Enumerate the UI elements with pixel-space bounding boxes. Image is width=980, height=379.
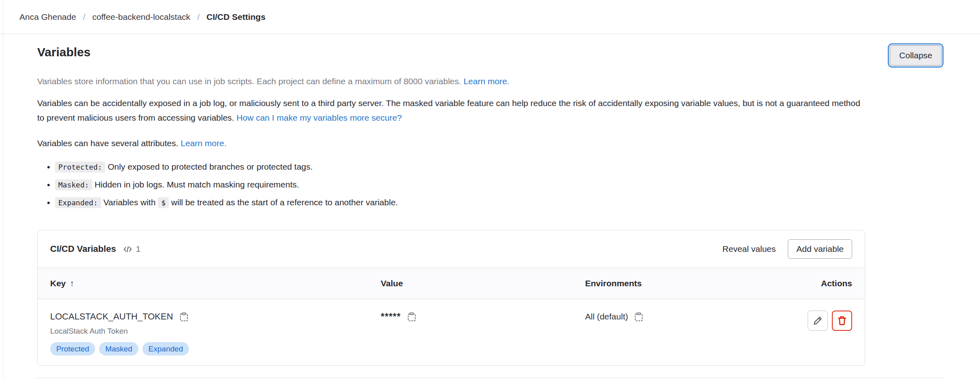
- attributes-list: Protected: Only exposed to protected bra…: [55, 160, 864, 209]
- expanded-badge: Expanded: [142, 342, 189, 356]
- list-item-expanded: Expanded: Variables with $ will be treat…: [55, 196, 864, 209]
- badge-row: Protected Masked Expanded: [50, 342, 381, 356]
- cicd-settings-page: Anca Ghenade / coffee-backend-localstack…: [0, 0, 980, 379]
- collapse-button[interactable]: Collapse: [890, 45, 942, 66]
- breadcrumb-item-project[interactable]: coffee-backend-localstack: [92, 12, 190, 22]
- variable-description: LocalStack Auth Token: [50, 326, 381, 336]
- dollar-code-chip: $: [158, 197, 169, 208]
- delete-variable-button[interactable]: [832, 311, 852, 331]
- breadcrumb-item-namespace[interactable]: Anca Ghenade: [19, 12, 76, 22]
- card-header: CI/CD Variables 1 Reveal values Add vari…: [38, 230, 865, 268]
- masked-text: Hidden in job logs. Must match masking r…: [95, 180, 299, 189]
- card-header-actions: Reveal values Add variable: [722, 239, 852, 259]
- expanded-code-chip: Expanded:: [55, 197, 101, 208]
- key-line: LOCALSTACK_AUTH_TOKEN: [50, 311, 381, 323]
- reveal-values-button[interactable]: Reveal values: [722, 244, 776, 254]
- masked-badge: Masked: [99, 342, 138, 356]
- variables-description: Variables store information that you can…: [37, 75, 865, 209]
- warning-text: Variables can be accidentally exposed in…: [37, 98, 860, 122]
- column-header-actions: Actions: [771, 278, 852, 289]
- protected-text: Only exposed to protected branches or pr…: [108, 162, 313, 171]
- attributes-text: Variables can have several attributes.: [37, 138, 178, 148]
- attributes-learn-more-link[interactable]: Learn more.: [180, 138, 226, 148]
- list-item-masked: Masked: Hidden in job logs. Must match m…: [55, 178, 864, 191]
- attributes-paragraph: Variables can have several attributes. L…: [37, 136, 865, 150]
- copy-key-button[interactable]: [179, 312, 189, 322]
- next-section-divider: [37, 378, 943, 378]
- add-variable-button[interactable]: Add variable: [788, 239, 852, 259]
- learn-more-link[interactable]: Learn more.: [464, 77, 509, 86]
- protected-code-chip: Protected:: [55, 162, 105, 172]
- clipboard-icon: [179, 312, 189, 322]
- card-title: CI/CD Variables: [50, 244, 116, 254]
- column-header-value: Value: [381, 278, 585, 289]
- cicd-variables-card: CI/CD Variables 1 Reveal values Add vari…: [37, 230, 865, 366]
- list-item-protected: Protected: Only exposed to protected bra…: [55, 160, 864, 173]
- masked-code-chip: Masked:: [55, 179, 92, 190]
- sort-ascending-icon: ↑: [70, 278, 74, 289]
- key-column-label: Key: [50, 278, 66, 289]
- copy-environment-button[interactable]: [634, 312, 644, 322]
- variables-count: 1: [136, 244, 141, 254]
- column-header-key[interactable]: Key ↑: [50, 278, 381, 289]
- warning-paragraph: Variables can be accidentally exposed in…: [37, 96, 865, 125]
- clipboard-icon: [634, 312, 644, 322]
- trash-icon: [837, 315, 847, 326]
- copy-value-button[interactable]: [407, 312, 417, 322]
- clipboard-icon: [407, 312, 417, 322]
- intro-text: Variables store information that you can…: [37, 77, 461, 86]
- pencil-icon: [812, 315, 823, 326]
- breadcrumb-item-current: CI/CD Settings: [206, 12, 265, 22]
- variable-key: LOCALSTACK_AUTH_TOKEN: [50, 311, 173, 323]
- key-cell: LOCALSTACK_AUTH_TOKEN LocalStack Auth To…: [50, 311, 381, 356]
- masked-value: *****: [381, 311, 401, 323]
- table-row: LOCALSTACK_AUTH_TOKEN LocalStack Auth To…: [38, 299, 865, 365]
- page-title: Variables: [37, 45, 91, 60]
- protected-badge: Protected: [50, 342, 95, 356]
- environments-cell: All (default): [585, 311, 771, 323]
- edit-variable-button[interactable]: [808, 311, 828, 331]
- variables-table-header: Key ↑ Value Environments Actions: [38, 268, 865, 299]
- variables-section-header: Variables Collapse: [37, 45, 943, 66]
- breadcrumb-separator: /: [83, 12, 85, 22]
- expanded-text-tail: will be treated as the start of a refere…: [171, 198, 398, 207]
- sidebar-edge-divider: [3, 0, 3, 379]
- expanded-text: Variables with: [103, 198, 155, 207]
- breadcrumb: Anca Ghenade / coffee-backend-localstack…: [19, 12, 265, 22]
- intro-paragraph: Variables store information that you can…: [37, 75, 865, 88]
- secure-variables-link[interactable]: How can I make my variables more secure?: [237, 113, 402, 122]
- breadcrumb-separator: /: [197, 12, 199, 22]
- breadcrumb-bar: Anca Ghenade / coffee-backend-localstack…: [0, 0, 980, 34]
- code-icon: [123, 244, 133, 254]
- column-header-environments: Environments: [585, 278, 771, 289]
- settings-content: Variables Collapse Variables store infor…: [0, 45, 980, 378]
- actions-cell: [808, 311, 852, 331]
- environment-scope: All (default): [585, 311, 628, 323]
- value-cell: *****: [381, 311, 585, 323]
